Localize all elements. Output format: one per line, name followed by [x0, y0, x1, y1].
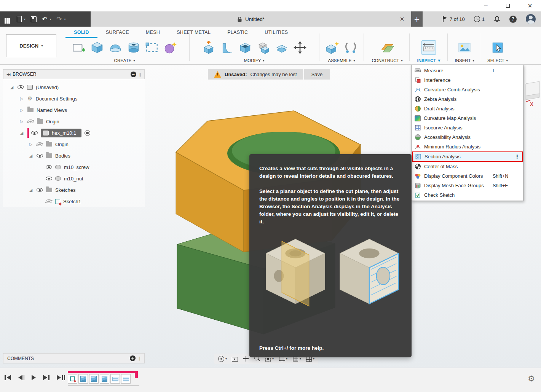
construction-plane-icon[interactable] [380, 40, 394, 55]
select-tool-icon[interactable] [490, 40, 505, 55]
solid-box-icon[interactable] [90, 40, 104, 55]
visibility-eye-icon[interactable] [37, 154, 43, 158]
tab-plastic[interactable]: PLASTIC [219, 28, 256, 38]
tab-mesh[interactable]: MESH [137, 28, 168, 38]
tab-solid[interactable]: SOLID [65, 28, 97, 38]
create-sketch-icon[interactable] [72, 40, 86, 55]
pattern-icon[interactable] [145, 40, 159, 55]
fillet-icon[interactable] [220, 40, 234, 55]
orbit-tool[interactable]: ▾ [218, 356, 227, 362]
timeline-settings-gear-icon[interactable]: ⚙ [528, 374, 535, 383]
step-back-button[interactable] [18, 375, 25, 380]
browser-item-root[interactable]: ◢ (Unsaved) [3, 81, 145, 93]
menu-item-display-mesh-face-groups[interactable]: Display Mesh Face Groups Shift+F [412, 181, 523, 190]
create-menu[interactable]: CREATE▾ [114, 58, 135, 63]
browser-item-origin[interactable]: ▷ Origin [3, 116, 145, 127]
timeline-marker[interactable] [135, 371, 138, 378]
expand-closed-icon[interactable]: ▷ [19, 96, 24, 101]
save-icon[interactable] [31, 16, 37, 22]
go-to-start-button[interactable] [5, 375, 11, 380]
expand-open-icon[interactable]: ◢ [19, 131, 24, 135]
go-to-end-button[interactable] [57, 375, 65, 380]
revolve-icon[interactable] [108, 40, 123, 55]
construct-menu[interactable]: CONSTRUCT▾ [372, 58, 402, 63]
menu-item-display-component-colors[interactable]: Display Component Colors Shift+N [412, 171, 523, 181]
menu-item-draft[interactable]: Draft Analysis [412, 104, 523, 113]
shell-icon[interactable] [238, 40, 252, 55]
activate-component-radio[interactable] [85, 130, 90, 136]
timeline-sketch-feature[interactable] [68, 374, 77, 384]
visibility-eye-off-icon[interactable] [46, 199, 52, 203]
new-component-icon[interactable] [325, 40, 340, 55]
assemble-menu[interactable]: ASSEMBLE▾ [328, 58, 355, 63]
job-status[interactable]: 7 of 10 [442, 16, 465, 22]
visibility-eye-icon[interactable] [46, 177, 52, 180]
more-options-icon[interactable]: ⋮ [515, 154, 520, 159]
timeline-thread-feature[interactable] [110, 374, 120, 384]
visibility-eye-icon[interactable] [46, 165, 52, 169]
hole-icon[interactable] [126, 40, 141, 55]
maximize-button[interactable] [497, 0, 519, 11]
comments-panel[interactable]: COMMENTS + ‖ [3, 353, 145, 363]
close-button[interactable]: × [519, 0, 541, 11]
file-caret-icon[interactable]: ▾ [24, 18, 26, 21]
selected-component-pill[interactable]: hex_m10:1 [41, 129, 81, 137]
expand-open-icon[interactable]: ◢ [9, 85, 14, 90]
tab-surface[interactable]: SURFACE [97, 28, 137, 38]
menu-item-interference[interactable]: Interference [412, 75, 523, 85]
inspect-menu-button[interactable]: INSPECT▼ [417, 58, 440, 63]
menu-item-minimum-radius[interactable]: Minimum Radius Analysis [412, 142, 523, 151]
timeline-position-bar[interactable] [68, 371, 136, 373]
redo-icon[interactable]: ↷ [56, 16, 62, 22]
panel-resize-handle[interactable]: ‖ [139, 72, 142, 77]
menu-item-center-of-mass[interactable]: Center of Mass [412, 162, 523, 171]
help-button[interactable]: ? [509, 16, 517, 23]
user-avatar[interactable] [526, 14, 536, 24]
browser-item-sketches[interactable]: ◢ Sketches [3, 184, 145, 196]
expand-closed-icon[interactable]: ▷ [19, 108, 24, 113]
create-form-icon[interactable] [163, 40, 177, 55]
save-button[interactable]: Save [304, 69, 330, 80]
pan-tool[interactable] [243, 356, 249, 362]
design-timeline[interactable] [68, 371, 144, 386]
press-pull-icon[interactable] [201, 40, 216, 55]
panel-resize-handle[interactable]: ‖ [139, 356, 141, 361]
tab-sheet-metal[interactable]: SHEET METAL [168, 28, 219, 38]
menu-item-curvature-map[interactable]: Curvature Map Analysis [412, 113, 523, 123]
tab-utilities[interactable]: UTILITIES [256, 28, 296, 38]
document-tab[interactable]: Untitled* × [91, 11, 411, 27]
browser-item-m10-screw[interactable]: m10_screw [3, 161, 145, 173]
step-forward-button[interactable] [43, 375, 49, 380]
caret-down-icon[interactable]: ▾ [225, 357, 227, 360]
visibility-eye-icon[interactable] [31, 131, 38, 135]
bell-icon[interactable] [494, 16, 500, 22]
browser-item-bodies[interactable]: ◢ Bodies [3, 150, 145, 161]
tab-close-icon[interactable]: × [398, 15, 406, 23]
redo-caret-icon[interactable]: ▾ [64, 18, 66, 21]
minimize-button[interactable]: − [475, 0, 497, 11]
joint-icon[interactable] [343, 40, 358, 55]
workspace-selector[interactable]: DESIGN ▾ [6, 34, 56, 57]
browser-header[interactable]: ◀◀ BROWSER − ‖ [3, 69, 145, 79]
menu-item-section-analysis[interactable]: Section Analysis ⋮ [412, 151, 523, 162]
expand-open-icon[interactable]: ◢ [28, 188, 34, 193]
browser-item-sketch1[interactable]: Sketch1 [3, 196, 145, 207]
notification-center[interactable]: 1 [474, 16, 485, 22]
select-menu[interactable]: SELECT▾ [487, 58, 508, 63]
menu-item-check-sketch[interactable]: Check Sketch [412, 190, 523, 200]
expand-closed-icon[interactable]: ▷ [28, 142, 34, 147]
visibility-eye-icon[interactable] [37, 188, 43, 192]
browser-item-document-settings[interactable]: ▷ ⚙ Document Settings [3, 93, 145, 104]
view-cube-face[interactable] [526, 81, 539, 96]
visibility-eye-off-icon[interactable] [37, 142, 43, 146]
play-button[interactable] [32, 375, 36, 380]
undo-caret-icon[interactable]: ▾ [49, 18, 51, 21]
display-toggle-icon[interactable]: − [131, 72, 136, 77]
add-comment-icon[interactable]: + [130, 355, 136, 361]
look-at-tool[interactable] [232, 356, 238, 362]
caret-down-icon[interactable]: ▾ [300, 357, 301, 360]
caret-down-icon[interactable]: ▾ [272, 357, 274, 360]
file-new-icon[interactable] [17, 16, 22, 22]
timeline-extrude-feature[interactable] [78, 374, 88, 384]
combine-icon[interactable] [256, 40, 271, 55]
